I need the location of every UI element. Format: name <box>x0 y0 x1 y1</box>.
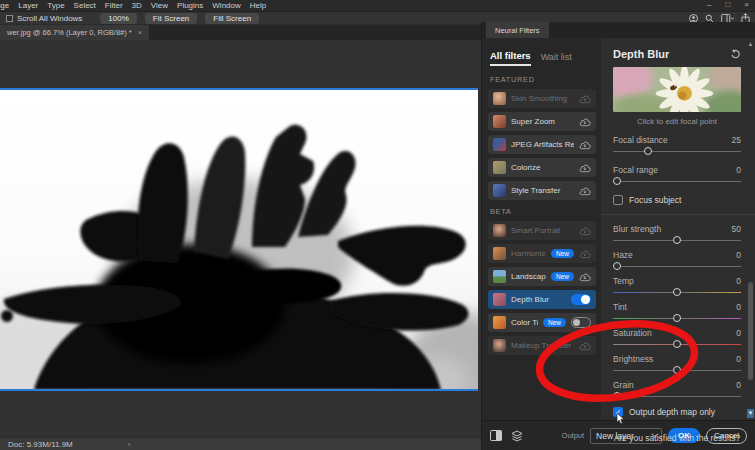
feedback-question: Are you satisfied with the results? <box>613 433 741 443</box>
slider-thumb[interactable] <box>673 236 681 244</box>
menu-filter[interactable]: Filter <box>105 1 123 10</box>
slider-track[interactable] <box>613 391 741 403</box>
cloud-download-icon[interactable] <box>579 226 591 236</box>
neural-filters-panel: Neural Filters All filters Wait list FEA… <box>481 22 755 450</box>
cloud-download-icon[interactable] <box>579 186 591 196</box>
slider-label: Focal distance <box>613 135 668 145</box>
slider-track[interactable] <box>613 261 741 273</box>
beta-section-label: BETA <box>490 207 596 216</box>
menu-type[interactable]: Type <box>47 1 64 10</box>
filter-item-harmonization[interactable]: Harmonization New <box>488 244 596 263</box>
close-icon[interactable]: × <box>744 0 749 9</box>
slider-thumb[interactable] <box>673 366 681 374</box>
filter-list-column: All filters Wait list FEATURED Skin Smoo… <box>482 38 601 420</box>
slider-track[interactable] <box>613 365 741 377</box>
menu-window[interactable]: Window <box>212 1 240 10</box>
filter-item-landscape-mixer[interactable]: Landscape Mixer New <box>488 267 596 286</box>
status-bar-chevron-icon[interactable]: › <box>128 440 131 449</box>
slider-blur-strength: Blur strength 50 <box>613 224 741 247</box>
filter-item-super-zoom[interactable]: Super Zoom <box>488 112 596 131</box>
slider-thumb[interactable] <box>613 177 621 185</box>
focus-subject-checkbox[interactable] <box>613 195 623 205</box>
filter-label: Skin Smoothing <box>511 94 574 103</box>
filter-label: Landscape Mixer <box>511 272 546 281</box>
cloud-download-icon[interactable] <box>579 163 591 173</box>
document-tab[interactable]: wer.jpg @ 66.7% (Layer 0, RGB/8#) * × <box>0 25 149 40</box>
filter-item-color-transfer[interactable]: Color Transfer New <box>488 313 596 332</box>
filter-item-skin-smoothing[interactable]: Skin Smoothing <box>488 89 596 108</box>
focus-subject-row: Focus subject <box>613 195 741 205</box>
panel-tab-strip: Neural Filters <box>482 22 755 38</box>
filter-item-jpeg-artifacts-removal[interactable]: JPEG Artifacts Removal <box>488 135 596 154</box>
cloud-download-icon[interactable] <box>579 272 591 282</box>
tab-close-icon[interactable]: × <box>138 28 143 37</box>
scroll-up-icon[interactable]: ▲ <box>747 40 754 49</box>
preview-split-icon[interactable] <box>490 430 502 441</box>
slider-track[interactable] <box>613 235 741 247</box>
slider-thumb[interactable] <box>673 340 681 348</box>
slider-thumb[interactable] <box>613 392 621 400</box>
menu-bar: Image Layer Type Select Filter 3D View P… <box>0 0 755 11</box>
doc-size-info: Doc: 5.93M/11.9M <box>8 440 73 449</box>
makeup-transfer-thumbnail <box>493 339 506 352</box>
cloud-download-icon[interactable] <box>579 117 591 127</box>
slider-track[interactable] <box>613 339 741 351</box>
slider-thumb[interactable] <box>673 288 681 296</box>
image-canvas-depth-map-preview[interactable] <box>0 89 478 390</box>
cloud-download-icon[interactable] <box>579 140 591 150</box>
menu-3d[interactable]: 3D <box>132 1 142 10</box>
reset-icon[interactable] <box>730 49 741 59</box>
output-depth-map-label: Output depth map only <box>629 407 715 417</box>
minimize-icon[interactable]: – <box>707 0 711 9</box>
harmonization-thumbnail <box>493 247 506 260</box>
focal-point-caption: Click to edit focal point <box>613 117 741 126</box>
slider-thumb[interactable] <box>673 314 681 322</box>
zoom-100-button[interactable]: 100% <box>100 13 136 24</box>
cloud-download-icon[interactable] <box>579 341 591 351</box>
filter-item-colorize[interactable]: Colorize <box>488 158 596 177</box>
new-badge: New <box>551 272 574 281</box>
slider-value: 0 <box>736 302 741 312</box>
color-transfer-thumbnail <box>493 316 506 329</box>
filter-item-depth-blur[interactable]: Depth Blur <box>488 290 596 309</box>
slider-track[interactable] <box>613 146 741 158</box>
scroll-down-icon[interactable]: ▼ <box>747 409 754 418</box>
depth-blur-toggle-on[interactable] <box>571 294 591 305</box>
menu-select[interactable]: Select <box>74 1 96 10</box>
fill-screen-button[interactable]: Fill Screen <box>205 13 259 24</box>
slider-thumb[interactable] <box>613 262 621 270</box>
cloud-download-icon[interactable] <box>579 249 591 259</box>
menu-view[interactable]: View <box>151 1 168 10</box>
color-transfer-toggle-off[interactable] <box>571 317 591 328</box>
neural-filters-tab[interactable]: Neural Filters <box>486 22 549 38</box>
maximize-icon[interactable]: □ <box>725 0 730 9</box>
divider <box>601 214 755 215</box>
menu-help[interactable]: Help <box>250 1 266 10</box>
scroll-all-windows-checkbox[interactable] <box>6 15 13 22</box>
tab-all-filters[interactable]: All filters <box>490 50 531 66</box>
slider-track[interactable] <box>613 313 741 325</box>
new-badge: New <box>543 318 566 327</box>
slider-track[interactable] <box>613 176 741 188</box>
jpeg-artifacts-removal-thumbnail <box>493 138 506 151</box>
menu-image[interactable]: Image <box>0 1 9 10</box>
menu-plugins[interactable]: Plugins <box>177 1 203 10</box>
slider-track[interactable] <box>613 287 741 299</box>
layers-stack-icon[interactable] <box>511 430 523 442</box>
tab-wait-list[interactable]: Wait list <box>541 52 572 66</box>
menu-layer[interactable]: Layer <box>18 1 38 10</box>
cloud-download-icon[interactable] <box>579 94 591 104</box>
super-zoom-thumbnail <box>493 115 506 128</box>
settings-scrollbar[interactable]: ▲ ▼ <box>747 40 754 418</box>
scrollbar-thumb[interactable] <box>748 282 753 380</box>
filter-item-style-transfer[interactable]: Style Transfer <box>488 181 596 200</box>
depth-blur-thumbnail <box>493 293 506 306</box>
slider-saturation: Saturation 0 <box>613 328 741 351</box>
filter-item-smart-portrait[interactable]: Smart Portrait <box>488 221 596 240</box>
slider-thumb[interactable] <box>644 147 652 155</box>
filter-item-makeup-transfer[interactable]: Makeup Transfer <box>488 336 596 355</box>
fit-screen-button[interactable]: Fit Screen <box>145 13 197 24</box>
skin-smoothing-thumbnail <box>493 92 506 105</box>
focal-point-preview-image[interactable] <box>613 67 741 112</box>
canvas-top-guide <box>0 88 478 90</box>
